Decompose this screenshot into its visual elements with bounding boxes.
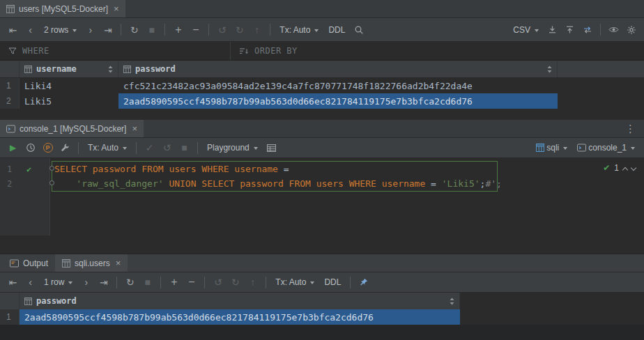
- sql-editor[interactable]: 1 ✔ 2 SELECT password FROM users WHERE u…: [0, 158, 644, 235]
- stop-button[interactable]: ■: [176, 140, 192, 156]
- page-size-dropdown[interactable]: 2 rows: [40, 22, 81, 38]
- editor-code-area[interactable]: SELECT password FROM users WHERE usernam…: [50, 158, 644, 235]
- sort-toggle-icon[interactable]: [450, 298, 454, 305]
- commit-button[interactable]: ✓: [141, 140, 158, 156]
- first-page-button[interactable]: ⇤: [5, 22, 21, 38]
- previous-page-button[interactable]: ‹: [22, 275, 38, 291]
- chevron-down-icon: [254, 147, 258, 150]
- database-dropdown[interactable]: sqli: [532, 140, 572, 156]
- history-clock-icon[interactable]: [22, 140, 38, 156]
- order-by-filter[interactable]: ORDER BY: [231, 42, 306, 60]
- tab-console[interactable]: console_1 [MySQL5-Docker] ×: [0, 120, 144, 137]
- close-icon[interactable]: ×: [114, 4, 119, 13]
- reload-button[interactable]: ↻: [122, 275, 138, 291]
- grid-corner[interactable]: [0, 293, 20, 309]
- previous-result-button[interactable]: [622, 167, 628, 172]
- next-page-button[interactable]: ›: [82, 22, 98, 38]
- toolbar-separator: [266, 277, 266, 288]
- pin-tab-icon[interactable]: [355, 275, 371, 291]
- close-icon[interactable]: ×: [116, 258, 121, 268]
- last-page-button[interactable]: ⇥: [100, 22, 116, 38]
- delete-row-button[interactable]: −: [187, 22, 204, 38]
- import-data-icon[interactable]: [562, 22, 578, 38]
- export-data-icon[interactable]: [544, 22, 560, 38]
- cell-password-selected[interactable]: 2aad5890595ccf4598b787b99ab563d0d66ec821…: [20, 309, 460, 325]
- submit-button[interactable]: ↑: [245, 275, 261, 291]
- cell-password-selected[interactable]: 2aad5890595ccf4598b787b99ab563d0d66ec821…: [118, 93, 558, 109]
- where-filter[interactable]: WHERE: [0, 42, 231, 60]
- tab-output[interactable]: Output: [3, 254, 55, 272]
- add-row-button[interactable]: +: [170, 22, 186, 38]
- tx-mode-dropdown[interactable]: Tx: Auto: [271, 275, 319, 291]
- revert-button[interactable]: ↺: [210, 275, 226, 291]
- column-icon: [24, 298, 32, 305]
- sort-toggle-icon[interactable]: [547, 65, 552, 73]
- executed-ok-icon: ✔: [603, 161, 610, 176]
- wrench-icon[interactable]: [57, 140, 73, 156]
- search-icon[interactable]: [351, 22, 367, 38]
- page-size-label: 1 row: [44, 277, 64, 287]
- console-session-dropdown[interactable]: console_1: [573, 140, 639, 156]
- revert-all-button[interactable]: ↻: [227, 275, 243, 291]
- sort-toggle-icon[interactable]: [108, 65, 113, 73]
- output-tab-bar: Output sqli.users ×: [0, 254, 644, 272]
- column-header-password[interactable]: password: [118, 61, 558, 77]
- cell-username[interactable]: Liki5: [20, 93, 118, 109]
- data-transfer-icon[interactable]: [579, 22, 595, 38]
- submit-button[interactable]: ↑: [249, 22, 265, 38]
- tx-mode-dropdown[interactable]: Tx: Auto: [84, 140, 131, 156]
- table-row[interactable]: 2 Liki5 2aad5890595ccf4598b787b99ab563d0…: [0, 93, 644, 109]
- rollback-button[interactable]: ↺: [159, 140, 175, 156]
- parameter-p-icon: P: [43, 143, 53, 153]
- page-size-dropdown[interactable]: 1 row: [40, 275, 77, 291]
- tx-mode-dropdown[interactable]: Tx: Auto: [275, 22, 323, 38]
- chevron-down-icon: [123, 147, 127, 150]
- editor-tab-bar: users [MySQL5-Docker] ×: [0, 0, 644, 18]
- tab-sqli-users[interactable]: sqli.users ×: [55, 254, 128, 272]
- first-page-button[interactable]: ⇤: [5, 275, 21, 291]
- line-number: 2: [7, 179, 17, 189]
- line-number: 1: [7, 164, 17, 174]
- tx-mode-label: Tx: Auto: [275, 277, 306, 287]
- row-number[interactable]: 2: [0, 93, 20, 109]
- delete-row-button[interactable]: −: [183, 275, 199, 291]
- revert-all-button[interactable]: ↻: [231, 22, 247, 38]
- parameters-button[interactable]: P: [40, 140, 56, 156]
- ddl-button[interactable]: DDL: [324, 22, 349, 38]
- row-number[interactable]: 1: [0, 309, 20, 325]
- row-number[interactable]: 1: [0, 78, 20, 93]
- close-icon[interactable]: ×: [132, 124, 137, 133]
- table-row[interactable]: 1 Liki4 cfc521c23482ac93a09584ad2e139c4a…: [0, 78, 644, 93]
- cell-username[interactable]: Liki4: [20, 78, 118, 93]
- preview-eye-icon[interactable]: [606, 22, 622, 38]
- column-header-username[interactable]: username: [20, 61, 118, 77]
- tab-users-grid[interactable]: users [MySQL5-Docker] ×: [0, 0, 125, 17]
- grid-corner[interactable]: [0, 61, 20, 77]
- next-page-button[interactable]: ›: [78, 275, 94, 291]
- fragment-handle-icon: [49, 166, 54, 171]
- toolbar-separator: [136, 142, 137, 154]
- cell-password[interactable]: cfc521c23482ac93a09584ad2e139c4a7fc87077…: [118, 78, 558, 93]
- add-row-button[interactable]: +: [166, 275, 182, 291]
- table-row[interactable]: 1 2aad5890595ccf4598b787b99ab563d0d66ec8…: [0, 309, 644, 325]
- column-icon: [24, 65, 32, 73]
- reload-button[interactable]: ↻: [126, 22, 142, 38]
- order-by-label: ORDER BY: [254, 46, 298, 56]
- stop-button[interactable]: ■: [144, 22, 160, 38]
- chevron-down-icon: [72, 29, 77, 32]
- grid-empty-area: [0, 109, 644, 120]
- revert-button[interactable]: ↺: [214, 22, 230, 38]
- previous-page-button[interactable]: ‹: [22, 22, 38, 38]
- next-result-button[interactable]: [631, 164, 636, 170]
- view-as-table-icon[interactable]: [263, 140, 279, 156]
- column-header-password[interactable]: password: [20, 293, 460, 309]
- output-icon: [10, 259, 19, 268]
- playground-dropdown[interactable]: Playground: [203, 140, 262, 156]
- run-button[interactable]: ▶: [5, 140, 21, 156]
- settings-gear-icon[interactable]: [623, 22, 639, 38]
- last-page-button[interactable]: ⇥: [95, 275, 112, 291]
- export-format-dropdown[interactable]: CSV: [509, 22, 543, 38]
- ddl-button[interactable]: DDL: [320, 275, 345, 291]
- kebab-menu-icon[interactable]: ⋮: [617, 120, 644, 137]
- stop-button[interactable]: ■: [139, 275, 155, 291]
